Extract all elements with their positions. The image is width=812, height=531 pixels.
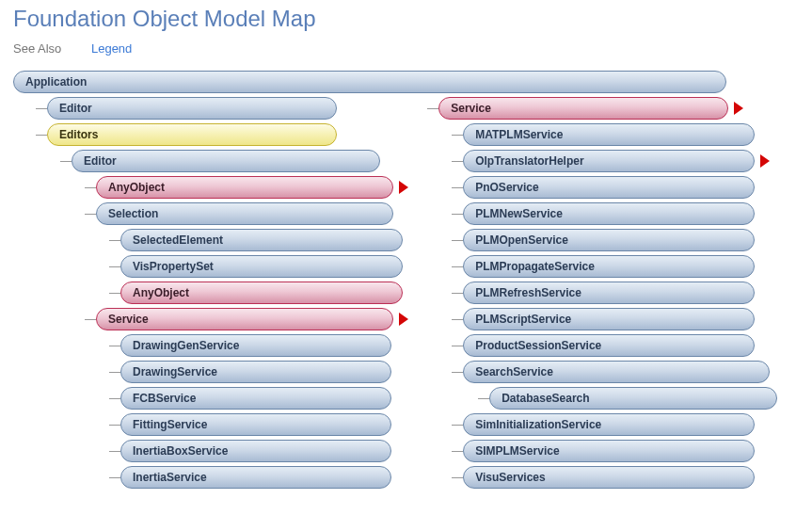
- expand-arrow-icon[interactable]: [734, 102, 743, 115]
- node-selection[interactable]: Selection: [96, 202, 393, 225]
- node-plmprop[interactable]: PLMPropagateService: [463, 255, 755, 278]
- node-service-left[interactable]: Service: [96, 308, 393, 330]
- node-visu[interactable]: VisuServices: [463, 466, 755, 489]
- node-simplm[interactable]: SIMPLMService: [463, 440, 755, 462]
- node-prodsess[interactable]: ProductSessionService: [463, 334, 755, 357]
- node-vispropertyset[interactable]: VisPropertySet: [120, 255, 403, 278]
- node-editor[interactable]: Editor: [47, 97, 337, 120]
- expand-arrow-icon[interactable]: [399, 181, 408, 194]
- see-also-link[interactable]: See Also: [13, 41, 61, 56]
- node-editor-child[interactable]: Editor: [72, 150, 380, 172]
- node-fitting[interactable]: FittingService: [120, 413, 391, 436]
- page-title: Foundation Object Model Map: [13, 6, 799, 32]
- node-fcb[interactable]: FCBService: [120, 387, 391, 410]
- node-anyobject[interactable]: AnyObject: [96, 176, 393, 199]
- node-selectedelement[interactable]: SelectedElement: [120, 229, 403, 251]
- node-plmopen[interactable]: PLMOpenService: [463, 229, 755, 251]
- node-service-right[interactable]: Service: [438, 97, 728, 120]
- node-drawing[interactable]: DrawingService: [120, 361, 391, 383]
- node-plmrefresh[interactable]: PLMRefreshService: [463, 282, 755, 304]
- node-search[interactable]: SearchService: [463, 361, 770, 383]
- node-drawinggen[interactable]: DrawingGenService: [120, 334, 391, 357]
- node-inertia[interactable]: InertiaService: [120, 466, 391, 489]
- legend-link[interactable]: Legend: [91, 41, 132, 56]
- node-matplm[interactable]: MATPLMService: [463, 123, 755, 146]
- node-siminit[interactable]: SimInitializationService: [463, 413, 755, 436]
- node-application[interactable]: Application: [13, 71, 726, 93]
- node-pno[interactable]: PnOService: [463, 176, 755, 199]
- node-inertiabox[interactable]: InertiaBoxService: [120, 440, 391, 462]
- expand-arrow-icon[interactable]: [760, 154, 770, 168]
- node-anyobject-sel[interactable]: AnyObject: [120, 282, 403, 304]
- node-plmnew[interactable]: PLMNewService: [463, 202, 755, 225]
- node-dbsearch[interactable]: DatabaseSearch: [489, 387, 777, 410]
- node-editors[interactable]: Editors: [47, 123, 337, 146]
- expand-arrow-icon[interactable]: [399, 313, 408, 326]
- node-plmscript[interactable]: PLMScriptService: [463, 308, 755, 330]
- node-olp[interactable]: OlpTranslatorHelper: [463, 150, 755, 172]
